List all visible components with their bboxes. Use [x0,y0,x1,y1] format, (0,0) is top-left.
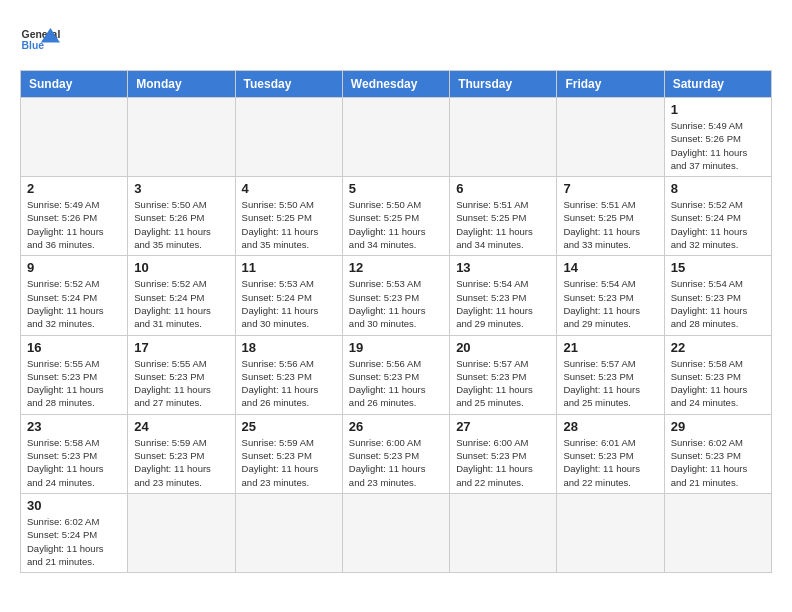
day-info: Sunrise: 5:54 AMSunset: 5:23 PMDaylight:… [456,277,550,330]
day-info: Sunrise: 5:50 AMSunset: 5:26 PMDaylight:… [134,198,228,251]
calendar-cell: 22Sunrise: 5:58 AMSunset: 5:23 PMDayligh… [664,335,771,414]
day-number: 17 [134,340,228,355]
day-number: 21 [563,340,657,355]
calendar-cell [21,98,128,177]
header: General Blue [20,20,772,60]
calendar-cell [128,493,235,572]
day-number: 28 [563,419,657,434]
day-info: Sunrise: 5:57 AMSunset: 5:23 PMDaylight:… [563,357,657,410]
calendar-cell: 26Sunrise: 6:00 AMSunset: 5:23 PMDayligh… [342,414,449,493]
day-info: Sunrise: 5:59 AMSunset: 5:23 PMDaylight:… [242,436,336,489]
calendar-cell: 17Sunrise: 5:55 AMSunset: 5:23 PMDayligh… [128,335,235,414]
day-info: Sunrise: 5:50 AMSunset: 5:25 PMDaylight:… [349,198,443,251]
day-info: Sunrise: 6:01 AMSunset: 5:23 PMDaylight:… [563,436,657,489]
day-number: 13 [456,260,550,275]
calendar-cell: 25Sunrise: 5:59 AMSunset: 5:23 PMDayligh… [235,414,342,493]
calendar-week-row: 1Sunrise: 5:49 AMSunset: 5:26 PMDaylight… [21,98,772,177]
day-number: 11 [242,260,336,275]
day-info: Sunrise: 5:52 AMSunset: 5:24 PMDaylight:… [27,277,121,330]
calendar-cell [235,98,342,177]
svg-text:Blue: Blue [22,40,45,51]
calendar-week-row: 16Sunrise: 5:55 AMSunset: 5:23 PMDayligh… [21,335,772,414]
calendar-week-row: 9Sunrise: 5:52 AMSunset: 5:24 PMDaylight… [21,256,772,335]
day-number: 8 [671,181,765,196]
day-info: Sunrise: 5:54 AMSunset: 5:23 PMDaylight:… [563,277,657,330]
day-number: 4 [242,181,336,196]
calendar-cell: 30Sunrise: 6:02 AMSunset: 5:24 PMDayligh… [21,493,128,572]
calendar-cell: 9Sunrise: 5:52 AMSunset: 5:24 PMDaylight… [21,256,128,335]
day-info: Sunrise: 5:58 AMSunset: 5:23 PMDaylight:… [27,436,121,489]
day-number: 5 [349,181,443,196]
calendar-cell [664,493,771,572]
day-number: 9 [27,260,121,275]
calendar-cell: 20Sunrise: 5:57 AMSunset: 5:23 PMDayligh… [450,335,557,414]
calendar-cell: 28Sunrise: 6:01 AMSunset: 5:23 PMDayligh… [557,414,664,493]
day-number: 25 [242,419,336,434]
day-info: Sunrise: 5:59 AMSunset: 5:23 PMDaylight:… [134,436,228,489]
calendar-cell [450,98,557,177]
day-number: 24 [134,419,228,434]
day-info: Sunrise: 6:00 AMSunset: 5:23 PMDaylight:… [349,436,443,489]
day-info: Sunrise: 5:55 AMSunset: 5:23 PMDaylight:… [134,357,228,410]
day-info: Sunrise: 5:51 AMSunset: 5:25 PMDaylight:… [563,198,657,251]
calendar-week-row: 30Sunrise: 6:02 AMSunset: 5:24 PMDayligh… [21,493,772,572]
day-number: 30 [27,498,121,513]
day-number: 26 [349,419,443,434]
calendar-cell: 19Sunrise: 5:56 AMSunset: 5:23 PMDayligh… [342,335,449,414]
weekday-header-friday: Friday [557,71,664,98]
calendar-cell: 10Sunrise: 5:52 AMSunset: 5:24 PMDayligh… [128,256,235,335]
calendar-cell: 23Sunrise: 5:58 AMSunset: 5:23 PMDayligh… [21,414,128,493]
day-info: Sunrise: 5:56 AMSunset: 5:23 PMDaylight:… [349,357,443,410]
calendar-cell: 29Sunrise: 6:02 AMSunset: 5:23 PMDayligh… [664,414,771,493]
calendar-cell: 7Sunrise: 5:51 AMSunset: 5:25 PMDaylight… [557,177,664,256]
day-info: Sunrise: 5:49 AMSunset: 5:26 PMDaylight:… [671,119,765,172]
day-number: 29 [671,419,765,434]
day-info: Sunrise: 5:52 AMSunset: 5:24 PMDaylight:… [671,198,765,251]
day-info: Sunrise: 5:55 AMSunset: 5:23 PMDaylight:… [27,357,121,410]
logo-icon: General Blue [20,20,60,60]
calendar-cell: 16Sunrise: 5:55 AMSunset: 5:23 PMDayligh… [21,335,128,414]
calendar-cell [557,493,664,572]
day-number: 16 [27,340,121,355]
day-number: 1 [671,102,765,117]
day-number: 19 [349,340,443,355]
day-number: 10 [134,260,228,275]
day-number: 7 [563,181,657,196]
day-number: 12 [349,260,443,275]
day-number: 27 [456,419,550,434]
calendar-cell: 18Sunrise: 5:56 AMSunset: 5:23 PMDayligh… [235,335,342,414]
day-info: Sunrise: 5:56 AMSunset: 5:23 PMDaylight:… [242,357,336,410]
weekday-header-tuesday: Tuesday [235,71,342,98]
calendar-cell: 14Sunrise: 5:54 AMSunset: 5:23 PMDayligh… [557,256,664,335]
calendar-cell: 8Sunrise: 5:52 AMSunset: 5:24 PMDaylight… [664,177,771,256]
day-number: 14 [563,260,657,275]
day-number: 22 [671,340,765,355]
calendar-cell [342,98,449,177]
calendar-cell [557,98,664,177]
calendar-cell: 12Sunrise: 5:53 AMSunset: 5:23 PMDayligh… [342,256,449,335]
calendar-cell: 6Sunrise: 5:51 AMSunset: 5:25 PMDaylight… [450,177,557,256]
weekday-header-saturday: Saturday [664,71,771,98]
calendar-cell: 13Sunrise: 5:54 AMSunset: 5:23 PMDayligh… [450,256,557,335]
day-info: Sunrise: 5:57 AMSunset: 5:23 PMDaylight:… [456,357,550,410]
calendar: SundayMondayTuesdayWednesdayThursdayFrid… [20,70,772,573]
day-info: Sunrise: 5:54 AMSunset: 5:23 PMDaylight:… [671,277,765,330]
calendar-cell [450,493,557,572]
calendar-cell: 3Sunrise: 5:50 AMSunset: 5:26 PMDaylight… [128,177,235,256]
day-info: Sunrise: 5:58 AMSunset: 5:23 PMDaylight:… [671,357,765,410]
day-number: 20 [456,340,550,355]
calendar-cell: 24Sunrise: 5:59 AMSunset: 5:23 PMDayligh… [128,414,235,493]
day-number: 2 [27,181,121,196]
day-number: 18 [242,340,336,355]
day-number: 15 [671,260,765,275]
weekday-header-sunday: Sunday [21,71,128,98]
weekday-header-wednesday: Wednesday [342,71,449,98]
day-info: Sunrise: 5:52 AMSunset: 5:24 PMDaylight:… [134,277,228,330]
logo: General Blue [20,20,60,60]
calendar-cell: 27Sunrise: 6:00 AMSunset: 5:23 PMDayligh… [450,414,557,493]
day-number: 23 [27,419,121,434]
calendar-cell [235,493,342,572]
day-number: 3 [134,181,228,196]
day-info: Sunrise: 6:02 AMSunset: 5:23 PMDaylight:… [671,436,765,489]
calendar-cell: 2Sunrise: 5:49 AMSunset: 5:26 PMDaylight… [21,177,128,256]
